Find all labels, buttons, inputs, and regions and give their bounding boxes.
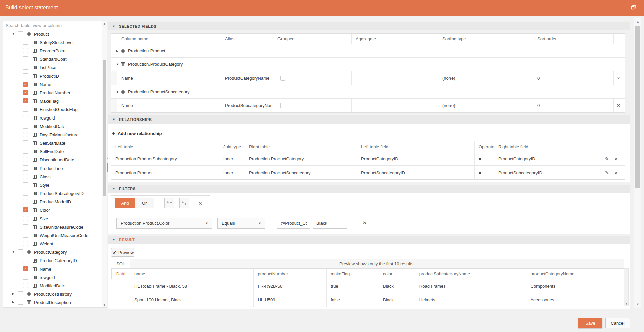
field-column-name[interactable]: Name — [117, 71, 221, 85]
field-aggregate[interactable] — [352, 71, 438, 85]
add-group-button[interactable] — [179, 198, 189, 208]
page-scrollbar-thumb[interactable] — [635, 26, 640, 188]
tree-item[interactable]: Size — [3, 215, 101, 223]
tree-checkbox[interactable] — [23, 199, 28, 204]
tree-item[interactable]: ProductModelID — [3, 198, 101, 206]
filter-comparison-dropdown[interactable]: Equals ▼ — [217, 218, 265, 229]
remove-field-icon[interactable]: ✕ — [617, 76, 620, 81]
tree-item[interactable]: Name — [3, 265, 101, 273]
tree-item[interactable]: StandardCost — [3, 55, 101, 63]
tree-item[interactable]: SafetyStockLevel — [3, 38, 101, 47]
scroll-down-icon[interactable]: ▼ — [103, 303, 106, 307]
and-button[interactable]: And — [115, 198, 135, 208]
tree-checkbox[interactable] — [23, 241, 28, 246]
tree-checkbox[interactable] — [23, 283, 28, 288]
tree-checkbox[interactable] — [23, 174, 28, 179]
tree-checkbox[interactable] — [18, 31, 23, 36]
tree-checkbox[interactable] — [23, 149, 28, 154]
tree-checkbox[interactable] — [23, 56, 28, 61]
tree-checkbox[interactable] — [23, 140, 28, 145]
tree-item[interactable]: ProductSubcategoryID — [3, 189, 101, 198]
operator[interactable]: = — [475, 152, 494, 165]
tree-checkbox[interactable] — [23, 124, 28, 129]
selected-fields-section-header[interactable]: ▼ SELECTED FIELDS — [108, 22, 630, 30]
tree-checkbox[interactable] — [23, 98, 28, 103]
right-table-field[interactable]: ProductCategoryID — [494, 152, 600, 165]
tree-checkbox[interactable] — [18, 300, 23, 305]
tree-checkbox[interactable] — [23, 207, 28, 212]
edit-relationship-icon[interactable]: ✎ — [605, 170, 609, 175]
tree-item[interactable]: FinishedGoodsFlag — [3, 105, 101, 114]
tree-item[interactable]: MakeFlag — [3, 97, 101, 105]
tree-item[interactable]: WeightUnitMeasureCode — [3, 231, 101, 240]
tree-item[interactable]: Name — [3, 80, 101, 89]
field-sorting-type[interactable]: (none) — [438, 99, 533, 112]
sidebar-scrollbar-thumb[interactable] — [103, 60, 106, 196]
filter-value-input[interactable] — [313, 218, 347, 229]
tree-checkbox[interactable] — [18, 291, 23, 296]
operator[interactable]: = — [475, 166, 494, 179]
left-table-field[interactable]: ProductCategoryID — [357, 152, 475, 165]
tree-item[interactable]: ModifiedDate — [3, 122, 101, 131]
tree-item[interactable]: DiscontinuedDate — [3, 156, 101, 164]
tree-checkbox[interactable] — [23, 73, 28, 78]
field-group-production-productcategory[interactable]: ▼ Production.ProductCategory — [111, 58, 625, 71]
right-table[interactable]: Production.ProductSubcategory — [245, 166, 357, 179]
filter-parameter-input[interactable] — [277, 218, 310, 229]
tree-checkbox[interactable] — [23, 216, 28, 221]
tree-expander-icon[interactable] — [12, 292, 17, 295]
tree-checkbox[interactable] — [23, 82, 28, 87]
splitter-handle[interactable] — [107, 163, 108, 172]
tree-checkbox[interactable] — [23, 233, 28, 238]
tree-checkbox[interactable] — [23, 258, 28, 263]
join-type[interactable]: Inner — [219, 152, 245, 165]
add-condition-button[interactable] — [164, 198, 174, 208]
field-group-production-productsubcategory[interactable]: ▼ Production.ProductSubcategory — [111, 85, 625, 99]
tree-checkbox[interactable] — [23, 65, 28, 70]
page-scrollbar[interactable]: ▲ ▼ — [634, 18, 641, 308]
add-relationship-button[interactable]: + Add new relationship — [112, 129, 162, 138]
group-expander-icon[interactable]: ▼ — [116, 63, 121, 66]
preview-button[interactable]: Preview — [111, 248, 134, 257]
tree-checkbox[interactable] — [23, 266, 28, 271]
section-collapse-icon[interactable]: ▼ — [112, 187, 115, 190]
grouped-checkbox[interactable] — [280, 76, 285, 81]
tree-checkbox[interactable] — [23, 182, 28, 187]
tree-checkbox[interactable] — [23, 115, 28, 120]
right-table-field[interactable]: ProductSubcategoryID — [494, 166, 600, 179]
left-table[interactable]: Production.ProductSubcategory — [111, 152, 219, 165]
tree-item[interactable]: Product — [3, 30, 101, 38]
tree-item[interactable]: DaysToManufacture — [3, 131, 101, 139]
tree-item[interactable]: SizeUnitMeasureCode — [3, 223, 101, 231]
tree-item[interactable]: Color — [3, 206, 101, 215]
tree-checkbox[interactable] — [23, 40, 28, 45]
cancel-button[interactable]: Cancel — [605, 318, 630, 328]
group-expander-icon[interactable]: ▼ — [116, 90, 121, 94]
tree-item[interactable]: rowguid — [3, 114, 101, 122]
field-alias[interactable]: ProductCategoryName — [221, 71, 273, 85]
remove-field-icon[interactable]: ✕ — [617, 103, 620, 108]
tree-item[interactable]: SellStartDate — [3, 139, 101, 147]
scroll-up-icon[interactable]: ▲ — [636, 20, 639, 23]
tree-item[interactable]: ReorderPoint — [3, 47, 101, 55]
tree-checkbox[interactable] — [23, 132, 28, 137]
preview-scrollbar[interactable]: ▼ — [624, 268, 629, 306]
save-button[interactable]: Save — [578, 318, 602, 328]
tree-checkbox[interactable] — [23, 90, 28, 95]
edit-relationship-icon[interactable]: ✎ — [605, 156, 609, 162]
tree-item[interactable]: ProductID — [3, 72, 101, 80]
tree-checkbox[interactable] — [23, 157, 28, 162]
tree-expander-icon[interactable] — [12, 250, 17, 253]
tree-item[interactable]: ProductCategory — [3, 248, 101, 256]
tree-checkbox[interactable] — [23, 48, 28, 53]
remove-filter-group-icon[interactable]: ✕ — [198, 200, 203, 206]
tree-item[interactable]: ProductCategoryID — [3, 256, 101, 265]
section-collapse-icon[interactable]: ▼ — [112, 25, 115, 28]
or-button[interactable]: Or — [135, 198, 154, 208]
tree-checkbox[interactable] — [23, 275, 28, 280]
tree-item[interactable]: ListPrice — [3, 63, 101, 72]
field-column-name[interactable]: Name — [117, 99, 221, 112]
filter-field-dropdown[interactable]: Production.Product.Color ▼ — [116, 218, 212, 229]
tree-checkbox[interactable] — [23, 107, 28, 112]
tree-item[interactable]: ProductNumber — [3, 89, 101, 97]
